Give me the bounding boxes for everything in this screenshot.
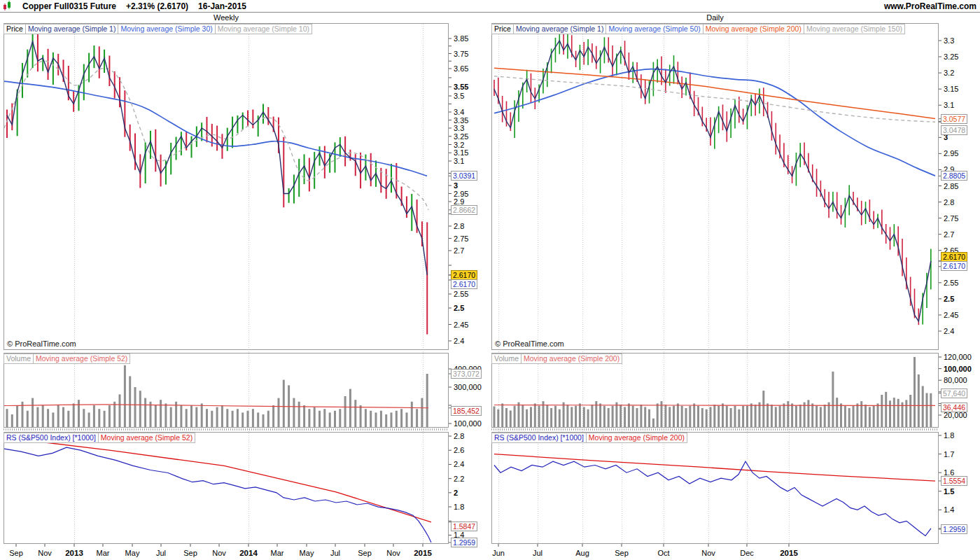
legend-item[interactable]: Moving average (Simple 52) xyxy=(98,433,195,443)
rs-axis-label: 1.8 xyxy=(454,503,464,511)
legend-item[interactable]: Moving average (Simple 150) xyxy=(804,24,905,34)
legend-item[interactable]: Moving average (Simple 30) xyxy=(118,24,215,34)
copyright-label: © ProRealTime.com xyxy=(495,340,564,348)
volume-axis-label: 300,000 xyxy=(454,383,482,391)
x-axis-label: Jul xyxy=(146,549,176,557)
daily-price-bars[interactable] xyxy=(494,29,931,325)
y-axis-label: 3.4 xyxy=(454,108,464,116)
weekly-volume-ma xyxy=(4,405,428,408)
rs-axis-label: 2.8 xyxy=(454,432,464,440)
y-axis-label: 3.75 xyxy=(454,50,468,58)
axis-value-box: 2.8805 xyxy=(941,171,967,181)
legend-item[interactable]: Price xyxy=(491,24,514,34)
y-axis-label: 2.95 xyxy=(454,190,468,198)
legend-item[interactable]: Moving average (Simple 50) xyxy=(606,24,703,34)
daily-volume-bars[interactable] xyxy=(493,357,932,427)
x-axis-label: May xyxy=(291,549,322,557)
y-axis-label: 2.95 xyxy=(944,149,958,158)
daily-panel-separator[interactable] xyxy=(491,428,939,430)
x-axis-label: 2014 xyxy=(233,549,264,557)
x-axis-label: Nov xyxy=(29,549,60,557)
y-axis-label: 2.55 xyxy=(454,290,468,298)
daily-volume-ma xyxy=(494,405,935,405)
weekly-panel-separator[interactable] xyxy=(4,428,449,430)
x-axis-label: Nov xyxy=(378,549,409,557)
legend-item[interactable]: Price xyxy=(4,24,26,34)
axis-value-box: 185,452 xyxy=(451,406,482,416)
legend-item[interactable]: RS (S&P500 Index) [*1000] xyxy=(491,433,587,443)
legend-item[interactable]: Moving average (Simple 200) xyxy=(586,433,687,443)
daily-volume-legend: VolumeMoving average (Simple 200) xyxy=(492,354,622,364)
y-axis-label: 2.75 xyxy=(454,234,468,243)
weekly-gridlines xyxy=(75,24,424,543)
daily-rs-legend: RS (S&P500 Index) [*1000]Moving average … xyxy=(492,433,687,443)
x-axis-label: Sep xyxy=(349,549,380,557)
weekly-close-line xyxy=(7,41,427,275)
y-axis-label: 2.7 xyxy=(944,230,954,239)
rs-axis-label: 2 xyxy=(454,489,458,497)
axis-value-box: 57,640 xyxy=(941,388,967,398)
weekly-rs-line xyxy=(4,447,431,542)
x-axis-label: Aug xyxy=(567,549,598,557)
weekly-price-legend: PriceMoving average (Simple 1)Moving ave… xyxy=(4,24,312,34)
daily-rs-panel[interactable] xyxy=(491,432,939,544)
x-axis-label: Nov xyxy=(693,549,724,557)
y-axis-label: 3.1 xyxy=(944,101,954,109)
axis-value-box: 1.5554 xyxy=(941,476,967,486)
quote-date: 16-Jan-2015 xyxy=(198,1,246,11)
legend-item[interactable]: Volume xyxy=(4,354,34,364)
daily-price-panel[interactable] xyxy=(491,23,939,350)
y-axis-label: 3.3 xyxy=(944,36,954,45)
y-axis-label: 2.8 xyxy=(944,198,954,206)
y-axis-label: 3.2 xyxy=(454,141,464,149)
y-axis-label: 3.15 xyxy=(944,85,958,93)
daily-chart-title: Daily xyxy=(491,13,939,22)
x-axis-label: 2013 xyxy=(59,549,90,557)
charts-canvas[interactable] xyxy=(0,0,980,560)
axis-value-box: 2.6170 xyxy=(451,270,477,280)
legend-item[interactable]: Moving average (Simple 200) xyxy=(521,354,622,364)
y-axis-label: 3.35 xyxy=(454,116,468,125)
weekly-price-bars[interactable] xyxy=(7,31,427,335)
daily-close-line xyxy=(494,41,931,321)
weekly-volume-panel[interactable] xyxy=(4,353,449,428)
legend-item[interactable]: Moving average (Simple 10) xyxy=(215,24,312,34)
axis-value-box: 1.2959 xyxy=(451,538,477,547)
legend-item[interactable]: RS (S&P500 Index) [*1000] xyxy=(4,433,99,443)
x-axis-label: Jul xyxy=(522,549,553,557)
daily-price-ma-0 xyxy=(494,69,935,176)
y-axis-label: 3.25 xyxy=(454,132,468,141)
daily-rs-ma xyxy=(494,454,935,482)
axis-value-box: 2.6170 xyxy=(451,279,477,289)
y-axis-label: 2.75 xyxy=(944,214,958,223)
weekly-volume-bars[interactable] xyxy=(6,365,428,427)
daily-price-ma-1 xyxy=(494,68,935,118)
y-axis-label: 3.2 xyxy=(944,69,954,77)
legend-item[interactable]: Moving average (Simple 1) xyxy=(25,24,118,34)
header-bar: Copper Full0315 Future +2.31% (2.6170) 1… xyxy=(0,0,980,13)
weekly-price-panel[interactable] xyxy=(4,23,449,350)
daily-volume-panel[interactable] xyxy=(491,353,939,428)
y-axis-label: 3.15 xyxy=(454,148,468,157)
weekly-rs-legend: RS (S&P500 Index) [*1000]Moving average … xyxy=(4,433,195,443)
daily-price-legend: PriceMoving average (Simple 1)Moving ave… xyxy=(492,24,905,34)
legend-item[interactable]: Moving average (Simple 52) xyxy=(33,354,130,364)
site-link[interactable]: www.ProRealTime.com xyxy=(884,1,980,11)
weekly-rs-panel[interactable] xyxy=(4,432,449,544)
y-axis-label: 2.5 xyxy=(454,304,464,312)
rs-axis-label: 2.6 xyxy=(454,446,464,454)
x-axis-label: Mar xyxy=(262,549,293,557)
y-axis-label: 3.55 xyxy=(454,83,468,91)
legend-item[interactable]: Volume xyxy=(491,354,522,364)
legend-item[interactable]: Moving average (Simple 1) xyxy=(513,24,606,34)
axis-value-box: 3.0577 xyxy=(941,114,967,124)
daily-price-ma-2 xyxy=(494,76,935,122)
x-axis-label: May xyxy=(117,549,148,557)
legend-item[interactable]: Moving average (Simple 200) xyxy=(703,24,804,34)
rs-axis-label: 1.5 xyxy=(944,487,954,496)
y-axis-label: 2.85 xyxy=(944,182,958,190)
rs-axis-label: 2.2 xyxy=(454,475,464,483)
instrument-change: +2.31% (2.6170) xyxy=(126,1,188,11)
weekly-volume-legend: VolumeMoving average (Simple 52) xyxy=(4,354,130,364)
rs-axis-label: 1.8 xyxy=(944,431,954,440)
